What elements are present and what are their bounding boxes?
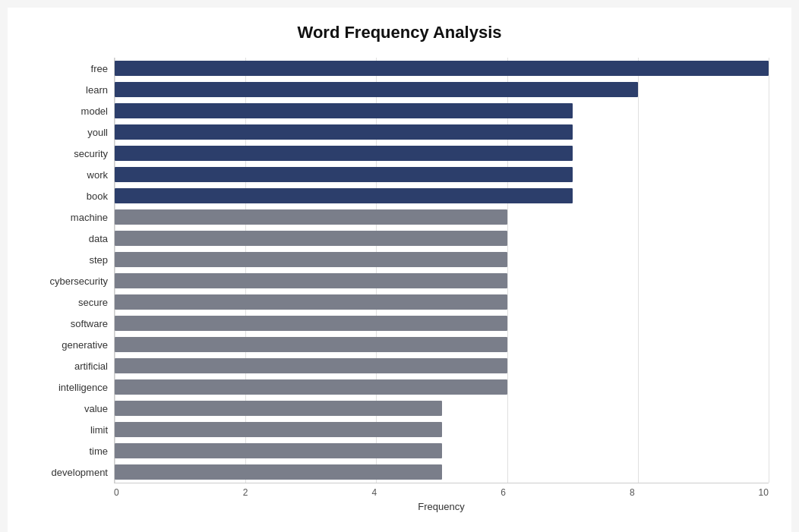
bar xyxy=(115,337,507,352)
y-label: machine xyxy=(71,206,108,228)
bar-row xyxy=(115,58,769,79)
y-label: secure xyxy=(78,291,108,313)
x-labels-area: 0246810 xyxy=(114,487,769,498)
y-label: intelligence xyxy=(58,376,108,398)
y-label: model xyxy=(81,100,108,121)
bar-row xyxy=(115,291,769,313)
bar-row xyxy=(115,419,769,440)
bar xyxy=(115,188,573,203)
bar-row xyxy=(115,440,769,461)
chart-container: Word Frequency Analysis freelearnmodelyo… xyxy=(8,8,791,532)
x-tick-label: 8 xyxy=(630,487,635,498)
bar xyxy=(115,422,442,437)
bar xyxy=(115,103,573,118)
x-axis-title: Frequency xyxy=(114,501,769,512)
bar xyxy=(115,358,507,373)
bar xyxy=(115,82,638,97)
bar-row xyxy=(115,206,769,228)
bars-area xyxy=(114,58,769,483)
bar xyxy=(115,273,507,288)
bar xyxy=(115,167,573,182)
bar xyxy=(115,379,507,395)
y-label: security xyxy=(74,143,108,164)
x-tick-label: 10 xyxy=(759,487,769,498)
y-label: work xyxy=(87,164,108,185)
y-label: software xyxy=(71,313,108,334)
x-tick-label: 0 xyxy=(114,487,119,498)
y-label: development xyxy=(52,461,108,483)
bar-row xyxy=(115,228,769,249)
y-label: time xyxy=(89,440,108,461)
chart-inner: freelearnmodelyoullsecurityworkbookmachi… xyxy=(30,58,769,483)
bar xyxy=(115,316,507,331)
bar xyxy=(115,231,507,246)
y-label: limit xyxy=(90,419,108,440)
bar xyxy=(115,401,442,416)
bar-row xyxy=(115,185,769,206)
bar-row xyxy=(115,249,769,270)
y-label: step xyxy=(89,249,108,270)
bar-row xyxy=(115,355,769,376)
y-label: book xyxy=(87,185,108,206)
bar xyxy=(115,61,769,76)
x-tick-label: 6 xyxy=(501,487,506,498)
x-tick-label: 4 xyxy=(371,487,377,498)
bar-row xyxy=(115,79,769,100)
y-labels: freelearnmodelyoullsecurityworkbookmachi… xyxy=(30,58,114,483)
y-label: cybersecurity xyxy=(49,270,108,291)
bar xyxy=(115,146,573,161)
bar xyxy=(115,124,573,140)
chart-title: Word Frequency Analysis xyxy=(30,23,769,42)
chart-area: freelearnmodelyoullsecurityworkbookmachi… xyxy=(30,58,769,512)
bar-row xyxy=(115,313,769,334)
x-tick-label: 2 xyxy=(243,487,248,498)
bar xyxy=(115,294,507,310)
bar xyxy=(115,443,442,458)
bar-row xyxy=(115,270,769,291)
bar-row xyxy=(115,461,769,483)
y-label: free xyxy=(91,58,108,79)
y-label: generative xyxy=(62,334,108,355)
bar xyxy=(115,464,442,480)
bar-row xyxy=(115,121,769,143)
bar-row xyxy=(115,398,769,419)
bar-row xyxy=(115,143,769,164)
y-label: youll xyxy=(87,121,108,143)
bar-row xyxy=(115,164,769,185)
x-axis: 0246810 xyxy=(30,487,769,498)
y-label: data xyxy=(89,228,108,249)
grid-line xyxy=(769,58,769,483)
bar-row xyxy=(115,334,769,355)
y-label: value xyxy=(84,398,108,419)
bar-row xyxy=(115,376,769,398)
y-label: artificial xyxy=(74,355,108,376)
bar-row xyxy=(115,100,769,121)
bar xyxy=(115,252,507,267)
y-label: learn xyxy=(86,79,108,100)
bar xyxy=(115,209,507,225)
